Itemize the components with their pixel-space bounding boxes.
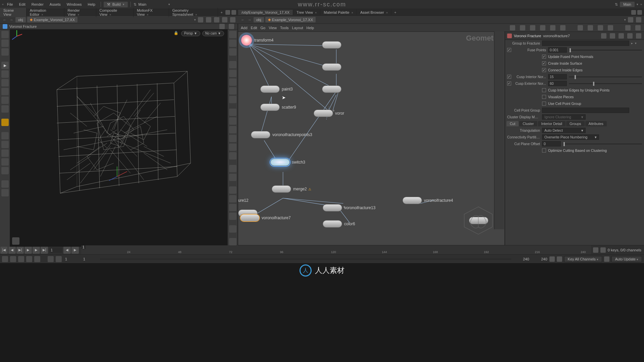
collapse-icon[interactable]: « xyxy=(2,3,4,6)
disp-opt18-icon[interactable] xyxy=(229,195,236,202)
disp-opt12-icon[interactable] xyxy=(229,135,236,142)
auto-update-dropdown[interactable]: Auto Update ▾ xyxy=(611,256,642,262)
info-tool-icon[interactable] xyxy=(1,180,9,188)
node-voro-right[interactable]: voror xyxy=(314,110,344,117)
rb3-icon[interactable] xyxy=(18,256,24,262)
grid4-icon[interactable] xyxy=(230,17,235,22)
cusp-ext-input[interactable]: 60 xyxy=(548,81,567,86)
pin-icon[interactable] xyxy=(198,17,203,22)
tab-interior-detail[interactable]: Interior Detail xyxy=(538,121,566,126)
disp-opt5-icon[interactable] xyxy=(229,70,236,77)
tab-cluster[interactable]: Cluster xyxy=(519,121,537,126)
triangulation-dropdown[interactable]: Auto Detect▾ xyxy=(542,128,586,133)
rb4-icon[interactable] xyxy=(26,256,32,262)
tab-scene-view[interactable]: Scene View xyxy=(0,8,26,17)
expand-icon[interactable]: » xyxy=(640,3,642,6)
tab-cut[interactable]: Cut xyxy=(506,121,519,126)
prev-frame-button[interactable]: ◀ xyxy=(8,246,16,254)
range-start-input[interactable]: 1 xyxy=(64,256,80,262)
cusp-int-toggle[interactable] xyxy=(507,75,511,79)
param-refresh-icon[interactable] xyxy=(619,33,624,39)
disp-opt22-icon[interactable] xyxy=(229,238,236,245)
snap-tool-icon[interactable] xyxy=(1,132,9,139)
net-ic9-icon[interactable] xyxy=(598,25,603,31)
add-tab-button[interactable]: + xyxy=(391,10,399,15)
net-ic5-icon[interactable] xyxy=(550,25,555,31)
net-ic8-icon[interactable] xyxy=(588,25,593,31)
menu-help[interactable]: Help xyxy=(85,2,98,7)
range-start2-input[interactable]: 1 xyxy=(82,256,98,262)
net-menu-view[interactable]: View xyxy=(269,26,277,30)
net-menu-edit[interactable]: Edit xyxy=(251,26,257,30)
pane-opt-icon[interactable] xyxy=(225,10,230,15)
range-end2-input[interactable]: 240 xyxy=(531,257,547,261)
disp-opt16-icon[interactable] xyxy=(229,174,236,181)
disp-opt9-icon[interactable] xyxy=(229,109,236,116)
node-scatter9[interactable]: scatter9 xyxy=(260,104,296,111)
net-ic4-icon[interactable] xyxy=(540,25,545,31)
net-ic1-icon[interactable] xyxy=(510,25,515,31)
range-slider[interactable] xyxy=(100,258,511,260)
key-next-button[interactable]: ▶ xyxy=(71,246,79,254)
net-menu-tools[interactable]: Tools xyxy=(280,26,289,30)
tab-composite-view[interactable]: Composite View× xyxy=(96,8,133,17)
next-frame-button[interactable]: ▶ xyxy=(33,246,40,254)
node-anon1[interactable] xyxy=(322,41,341,49)
disp-opt19-icon[interactable] xyxy=(229,204,236,211)
disp-opt14-icon[interactable] xyxy=(229,152,236,160)
tab-animation-editor[interactable]: Animation Editor× xyxy=(26,8,64,17)
cusp-ext-slider[interactable] xyxy=(569,83,642,84)
node-paint3[interactable]: paint3 xyxy=(260,85,293,93)
arrow-tool-icon[interactable]: ▶ xyxy=(1,62,9,69)
rb1-icon[interactable] xyxy=(2,256,8,262)
param-info-icon[interactable] xyxy=(627,33,633,39)
disp-opt1-icon[interactable] xyxy=(229,31,236,38)
timeline-ruler[interactable]: 1 24 48 72 96 120 144 168 192 216 240 xyxy=(81,245,591,254)
net-menu-add[interactable]: Add xyxy=(241,26,248,30)
menu-render[interactable]: Render xyxy=(29,2,46,7)
misc-tool-icon[interactable] xyxy=(1,167,9,174)
gear-icon[interactable] xyxy=(601,33,606,39)
node-color6[interactable]: color6 xyxy=(323,220,355,228)
disp-opt15-icon[interactable] xyxy=(229,165,236,172)
main-dropdown[interactable]: ⇅ Main ▾ xyxy=(133,2,170,7)
back-icon[interactable]: ← xyxy=(2,17,7,22)
first-frame-button[interactable]: |◀ xyxy=(0,246,8,254)
cloud-tool-icon[interactable] xyxy=(1,189,9,196)
param-node-name[interactable]: voronoifracture7 xyxy=(543,34,570,38)
tab-groups[interactable]: Groups xyxy=(566,121,584,126)
disp-opt11-icon[interactable] xyxy=(229,126,236,133)
menu-file[interactable]: File xyxy=(4,2,16,7)
scroll-tool-icon[interactable] xyxy=(1,48,9,56)
tab-network-path[interactable]: /obj/Example_Voronoi_17.XX xyxy=(238,10,293,15)
net-ic2-icon[interactable] xyxy=(520,25,525,31)
tl-opt2-icon[interactable] xyxy=(600,247,606,253)
menu-assets[interactable]: Assets xyxy=(47,2,63,7)
disp-opt4-icon[interactable] xyxy=(229,61,236,68)
net-menu-go[interactable]: Go xyxy=(261,26,266,30)
pane-max-icon[interactable] xyxy=(637,10,642,15)
net-search-icon[interactable] xyxy=(625,25,631,31)
last-frame-button[interactable]: ▶| xyxy=(41,246,48,254)
conn-part-dropdown[interactable]: Overwrite Piece Numbering▾ xyxy=(542,134,599,140)
range-end-input[interactable]: 240 xyxy=(513,257,529,261)
cusp-ext-toggle[interactable] xyxy=(507,81,511,85)
active-tool-icon[interactable] xyxy=(1,119,9,126)
connect-inside-checkbox[interactable] xyxy=(542,68,546,72)
create-inside-checkbox[interactable] xyxy=(542,61,546,65)
vis-pieces-checkbox[interactable] xyxy=(542,95,546,99)
display-options-icon[interactable] xyxy=(12,237,19,245)
node-voronoifracture7[interactable]: voronoifracture7 xyxy=(240,214,291,222)
vp-opt1-icon[interactable] xyxy=(219,24,225,29)
disp-opt8-icon[interactable] xyxy=(229,96,236,103)
node-voronoifracturepoints3[interactable]: voronoifracturepoints3 xyxy=(251,131,312,138)
forward-icon[interactable]: → xyxy=(9,17,14,22)
cusp-int-input[interactable]: 15 xyxy=(548,74,567,79)
network-canvas[interactable]: Geometry transform4 xyxy=(238,32,505,245)
fuse-points-toggle[interactable] xyxy=(507,48,511,52)
node-anon3[interactable] xyxy=(322,85,341,93)
cut-plane-slider[interactable] xyxy=(563,143,642,144)
use-cell-checkbox[interactable] xyxy=(542,102,546,106)
disp-opt20-icon[interactable] xyxy=(229,213,236,220)
disp-opt10-icon[interactable] xyxy=(229,117,236,125)
